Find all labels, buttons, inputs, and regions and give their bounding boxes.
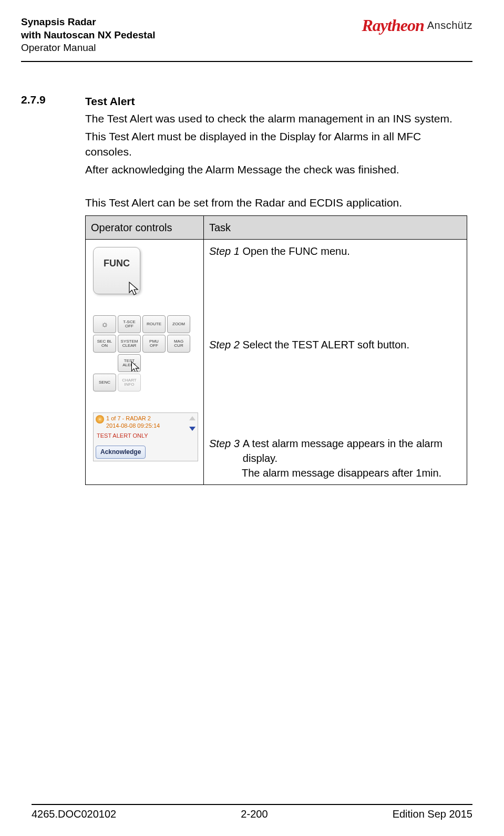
step-1-line: Step 1 Open the FUNC menu. <box>209 244 461 259</box>
step-3-text-a: A test alarm message appears in the alar… <box>243 436 461 466</box>
func-button[interactable]: FUNC <box>93 247 140 294</box>
mag-cur-button[interactable]: MAGCUR <box>167 335 190 353</box>
section-para-2: This Test Alert must be displayed in the… <box>85 129 467 160</box>
step-2-text: Select the TEST ALERT soft button. <box>240 339 409 350</box>
alarm-scroll <box>189 415 196 431</box>
cursor-icon <box>130 361 141 372</box>
anschutz-logo-text: Anschütz <box>427 19 472 32</box>
zoom-button[interactable]: ZOOM <box>167 315 190 333</box>
scroll-down-icon[interactable] <box>189 427 196 431</box>
table-header-task: Task <box>204 216 467 240</box>
page-header: Synapsis Radar with Nautoscan NX Pedesta… <box>21 16 472 55</box>
func-button-label: FUNC <box>104 257 130 270</box>
section-heading: Test Alert <box>85 94 467 109</box>
secbl-on-button[interactable]: SEC BLON <box>93 335 116 353</box>
header-title-line2: with Nautoscan NX Pedestal <box>21 29 156 42</box>
table-row: FUNC ☼ T-SCEOFF ROUTE ZOOM SEC BLON SYST… <box>86 240 467 485</box>
section-para-4: This Test Alert can be set from the Rada… <box>85 195 467 210</box>
system-clear-button[interactable]: SYSTEMCLEAR <box>118 335 141 353</box>
alarm-timestamp: 2014-08-08 09:25:14 <box>106 422 187 429</box>
alarm-indicator-icon: ◦ <box>96 415 104 424</box>
page-footer: 4265.DOC020102 2-200 Edition Sep 2015 <box>32 804 472 820</box>
table-header-operator: Operator controls <box>86 216 204 240</box>
alarm-count-line: 1 of 7 - RADAR 2 <box>106 415 187 422</box>
footer-divider <box>32 804 472 805</box>
alarm-display-panel: ◦ 1 of 7 - RADAR 2 2014-08-08 09:25:14 T… <box>93 412 198 461</box>
section-para-1: The Test Alert was used to check the ala… <box>85 111 467 126</box>
task-cell: Step 1 Open the FUNC menu. Step 2 Select… <box>204 240 467 485</box>
task-table: Operator controls Task FUNC ☼ T-SCEOFF <box>85 215 467 485</box>
test-alert-button[interactable]: TESTALERT <box>118 354 141 372</box>
brightness-button[interactable]: ☼ <box>93 315 116 333</box>
step-2-line: Step 2 Select the TEST ALERT soft button… <box>209 337 461 352</box>
header-divider <box>21 61 472 62</box>
section-number: 2.7.9 <box>21 94 68 485</box>
soft-button-grid: ☼ T-SCEOFF ROUTE ZOOM SEC BLON SYSTEMCLE… <box>93 315 198 391</box>
step-2-label: Step 2 <box>209 339 240 350</box>
tsce-off-button[interactable]: T-SCEOFF <box>118 315 141 333</box>
section-para-3: After acknowledging the Alarm Message th… <box>85 162 467 177</box>
header-subtitle: Operator Manual <box>21 42 156 55</box>
step-1-label: Step 1 <box>209 245 240 257</box>
footer-doc-id: 4265.DOC020102 <box>32 808 116 820</box>
acknowledge-button[interactable]: Acknowledge <box>96 446 146 459</box>
cursor-icon <box>127 281 143 297</box>
header-title-line1: Synapsis Radar <box>21 16 156 29</box>
sun-icon: ☼ <box>101 320 109 328</box>
svg-marker-0 <box>129 282 138 295</box>
footer-edition: Edition Sep 2015 <box>393 808 472 820</box>
operator-cell-func: FUNC ☼ T-SCEOFF ROUTE ZOOM SEC BLON SYST… <box>86 240 204 485</box>
brand-logo: Raytheon Anschütz <box>362 16 473 35</box>
footer-page-number: 2-200 <box>241 808 268 820</box>
section-2-7-9: 2.7.9 Test Alert The Test Alert was used… <box>21 94 472 485</box>
step-3-line: Step 3 A test alarm message appears in t… <box>209 436 461 466</box>
scroll-up-icon[interactable] <box>189 416 196 420</box>
svg-marker-1 <box>131 362 139 372</box>
step-3-label: Step 3 <box>209 436 240 466</box>
alarm-message: TEST ALERT ONLY <box>97 432 196 440</box>
raytheon-logo-text: Raytheon <box>362 16 424 35</box>
section-body: Test Alert The Test Alert was used to ch… <box>85 94 467 485</box>
senc-button[interactable]: SENC <box>93 374 116 391</box>
step-3-text-b: The alarm message disappears after 1min. <box>209 466 461 480</box>
chart-info-button[interactable]: CHARTINFO <box>118 374 141 391</box>
pmu-off-button[interactable]: PMUOFF <box>142 335 166 353</box>
route-button[interactable]: ROUTE <box>142 315 166 333</box>
header-left: Synapsis Radar with Nautoscan NX Pedesta… <box>21 16 156 55</box>
step-1-text: Open the FUNC menu. <box>240 245 350 257</box>
